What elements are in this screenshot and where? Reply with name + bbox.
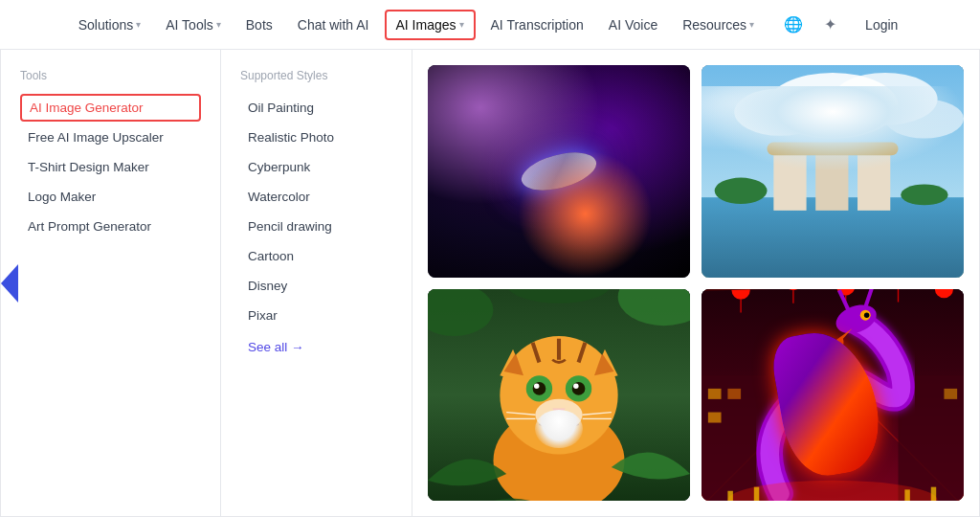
image-card-spaceship[interactable] [428,65,690,278]
style-cartoon[interactable]: Cartoon [240,242,392,270]
nav-chat-with-ai[interactable]: Chat with AI [288,11,379,38]
tools-section-title: Tools [20,69,201,82]
menu-item-logo-maker[interactable]: Logo Maker [20,183,201,211]
blue-arrow-indicator [1,264,18,303]
svg-rect-64 [931,486,936,501]
svg-point-23 [533,382,546,395]
svg-point-3 [734,88,826,135]
svg-point-27 [535,398,582,430]
styles-section-title: Supported Styles [240,69,392,82]
nav-bots-label: Bots [246,17,273,33]
svg-rect-61 [727,490,732,501]
settings-button[interactable]: ✦ [815,11,844,39]
nav-resources[interactable]: Resources ▾ [673,11,764,38]
svg-point-26 [573,383,578,388]
nav-bots[interactable]: Bots [236,11,282,38]
menu-item-art-prompt[interactable]: Art Prompt Generator [20,213,201,240]
image-card-marina[interactable] [702,65,964,278]
nav-ai-images[interactable]: AI Images ▾ [385,10,476,40]
svg-rect-43 [708,412,722,422]
style-disney[interactable]: Disney [240,272,392,300]
nav-resources-label: Resources [682,17,746,33]
svg-rect-42 [727,388,741,398]
image-marina [702,65,964,278]
nav-ai-tools[interactable]: AI Tools ▾ [156,11,231,38]
resources-chevron-icon: ▾ [749,19,754,30]
svg-point-10 [715,178,768,204]
navbar: Solutions ▾ AI Tools ▾ Bots Chat with AI… [0,0,980,50]
style-pixar[interactable]: Pixar [240,302,392,329]
globe-button[interactable]: 🌐 [779,11,808,39]
svg-rect-62 [754,486,759,501]
tools-section: Tools AI Image Generator Free AI Image U… [1,50,221,516]
nav-solutions-label: Solutions [78,17,134,33]
style-oil-painting[interactable]: Oil Painting [240,94,392,122]
menu-item-tshirt-design[interactable]: T-Shirt Design Maker [20,153,201,181]
image-card-dragon[interactable] [702,289,964,502]
svg-rect-6 [773,151,806,211]
svg-point-4 [885,99,964,138]
svg-rect-44 [944,388,957,398]
style-watercolor[interactable]: Watercolor [240,183,392,211]
solutions-chevron-icon: ▾ [136,19,141,30]
nav-ai-tools-label: AI Tools [166,17,213,33]
svg-rect-41 [708,388,722,398]
nav-ai-transcription[interactable]: AI Transcription [481,11,593,38]
nav-right-actions: 🌐 ✦ Login [779,11,911,39]
svg-rect-63 [904,489,909,501]
nav-solutions[interactable]: Solutions ▾ [69,11,151,38]
image-dragon [702,289,964,502]
login-button[interactable]: Login [852,11,911,38]
ai-images-chevron-icon: ▾ [459,19,464,30]
ai-images-grid [412,50,979,516]
nav-ai-transcription-label: AI Transcription [491,17,584,33]
image-tiger [428,289,690,502]
ai-tools-chevron-icon: ▾ [216,19,221,30]
svg-point-25 [534,383,539,388]
svg-point-11 [901,184,947,205]
style-pencil-drawing[interactable]: Pencil drawing [240,213,392,240]
svg-point-2 [833,73,938,125]
nav-ai-voice-label: AI Voice [609,17,657,33]
style-realistic-photo[interactable]: Realistic Photo [240,124,392,151]
nav-ai-images-label: AI Images [396,17,457,33]
style-cyberpunk[interactable]: Cyberpunk [240,153,392,181]
svg-point-59 [864,312,869,317]
svg-point-24 [572,382,586,395]
image-card-tiger[interactable] [428,289,690,502]
nav-ai-voice[interactable]: AI Voice [599,11,667,38]
nav-chat-with-ai-label: Chat with AI [298,17,369,33]
svg-rect-9 [768,143,899,156]
menu-item-ai-image-generator[interactable]: AI Image Generator [20,94,201,122]
styles-section: Supported Styles Oil Painting Realistic … [221,50,412,516]
dropdown-panel: Tools AI Image Generator Free AI Image U… [0,50,980,517]
image-spaceship [428,65,690,278]
menu-item-free-upscaler[interactable]: Free AI Image Upscaler [20,124,201,151]
see-all-styles-link[interactable]: See all → [240,333,392,361]
svg-rect-7 [815,145,848,211]
svg-rect-8 [858,151,890,211]
